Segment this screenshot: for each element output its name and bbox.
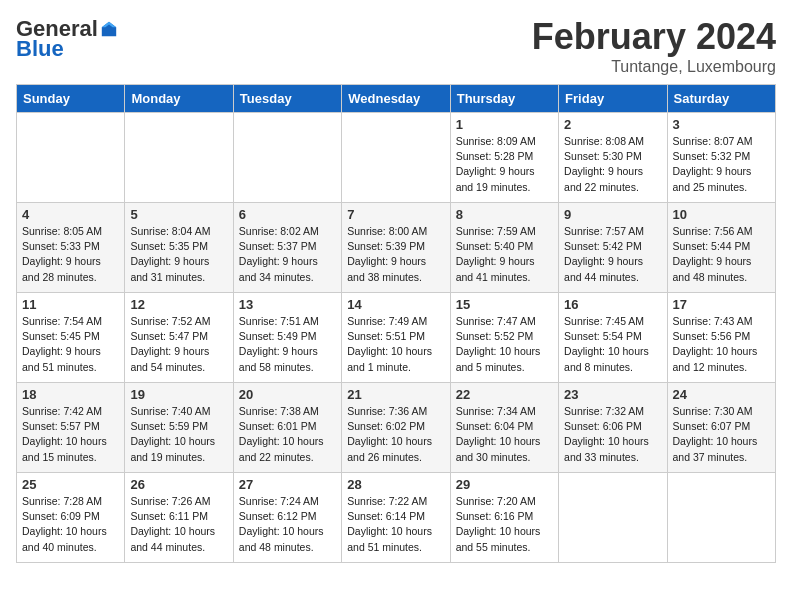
day-info: Sunrise: 7:36 AM Sunset: 6:02 PM Dayligh… bbox=[347, 404, 444, 465]
calendar-cell: 19Sunrise: 7:40 AM Sunset: 5:59 PM Dayli… bbox=[125, 383, 233, 473]
calendar-cell bbox=[667, 473, 775, 563]
day-info: Sunrise: 8:07 AM Sunset: 5:32 PM Dayligh… bbox=[673, 134, 770, 195]
day-number: 17 bbox=[673, 297, 770, 312]
calendar-cell: 4Sunrise: 8:05 AM Sunset: 5:33 PM Daylig… bbox=[17, 203, 125, 293]
calendar-cell: 5Sunrise: 8:04 AM Sunset: 5:35 PM Daylig… bbox=[125, 203, 233, 293]
calendar-cell: 24Sunrise: 7:30 AM Sunset: 6:07 PM Dayli… bbox=[667, 383, 775, 473]
calendar-table: SundayMondayTuesdayWednesdayThursdayFrid… bbox=[16, 84, 776, 563]
week-row-4: 18Sunrise: 7:42 AM Sunset: 5:57 PM Dayli… bbox=[17, 383, 776, 473]
day-info: Sunrise: 7:32 AM Sunset: 6:06 PM Dayligh… bbox=[564, 404, 661, 465]
day-number: 2 bbox=[564, 117, 661, 132]
day-info: Sunrise: 7:47 AM Sunset: 5:52 PM Dayligh… bbox=[456, 314, 553, 375]
day-number: 11 bbox=[22, 297, 119, 312]
day-info: Sunrise: 8:08 AM Sunset: 5:30 PM Dayligh… bbox=[564, 134, 661, 195]
location: Tuntange, Luxembourg bbox=[532, 58, 776, 76]
day-info: Sunrise: 7:52 AM Sunset: 5:47 PM Dayligh… bbox=[130, 314, 227, 375]
day-info: Sunrise: 7:24 AM Sunset: 6:12 PM Dayligh… bbox=[239, 494, 336, 555]
day-info: Sunrise: 7:28 AM Sunset: 6:09 PM Dayligh… bbox=[22, 494, 119, 555]
calendar-cell: 3Sunrise: 8:07 AM Sunset: 5:32 PM Daylig… bbox=[667, 113, 775, 203]
day-info: Sunrise: 7:43 AM Sunset: 5:56 PM Dayligh… bbox=[673, 314, 770, 375]
calendar-cell: 15Sunrise: 7:47 AM Sunset: 5:52 PM Dayli… bbox=[450, 293, 558, 383]
day-number: 24 bbox=[673, 387, 770, 402]
week-row-1: 1Sunrise: 8:09 AM Sunset: 5:28 PM Daylig… bbox=[17, 113, 776, 203]
day-number: 1 bbox=[456, 117, 553, 132]
calendar-cell: 28Sunrise: 7:22 AM Sunset: 6:14 PM Dayli… bbox=[342, 473, 450, 563]
day-number: 7 bbox=[347, 207, 444, 222]
calendar-cell: 11Sunrise: 7:54 AM Sunset: 5:45 PM Dayli… bbox=[17, 293, 125, 383]
day-number: 29 bbox=[456, 477, 553, 492]
day-number: 15 bbox=[456, 297, 553, 312]
calendar-cell bbox=[342, 113, 450, 203]
calendar-cell bbox=[559, 473, 667, 563]
day-info: Sunrise: 7:26 AM Sunset: 6:11 PM Dayligh… bbox=[130, 494, 227, 555]
calendar-cell bbox=[125, 113, 233, 203]
calendar-cell: 26Sunrise: 7:26 AM Sunset: 6:11 PM Dayli… bbox=[125, 473, 233, 563]
calendar-cell bbox=[233, 113, 341, 203]
day-number: 6 bbox=[239, 207, 336, 222]
calendar-cell: 20Sunrise: 7:38 AM Sunset: 6:01 PM Dayli… bbox=[233, 383, 341, 473]
day-number: 10 bbox=[673, 207, 770, 222]
week-row-2: 4Sunrise: 8:05 AM Sunset: 5:33 PM Daylig… bbox=[17, 203, 776, 293]
day-number: 26 bbox=[130, 477, 227, 492]
calendar-cell: 6Sunrise: 8:02 AM Sunset: 5:37 PM Daylig… bbox=[233, 203, 341, 293]
day-number: 4 bbox=[22, 207, 119, 222]
calendar-cell: 17Sunrise: 7:43 AM Sunset: 5:56 PM Dayli… bbox=[667, 293, 775, 383]
weekday-header-monday: Monday bbox=[125, 85, 233, 113]
day-info: Sunrise: 7:45 AM Sunset: 5:54 PM Dayligh… bbox=[564, 314, 661, 375]
day-info: Sunrise: 7:38 AM Sunset: 6:01 PM Dayligh… bbox=[239, 404, 336, 465]
calendar-cell: 27Sunrise: 7:24 AM Sunset: 6:12 PM Dayli… bbox=[233, 473, 341, 563]
day-info: Sunrise: 8:05 AM Sunset: 5:33 PM Dayligh… bbox=[22, 224, 119, 285]
day-number: 28 bbox=[347, 477, 444, 492]
day-info: Sunrise: 8:09 AM Sunset: 5:28 PM Dayligh… bbox=[456, 134, 553, 195]
calendar-cell: 18Sunrise: 7:42 AM Sunset: 5:57 PM Dayli… bbox=[17, 383, 125, 473]
weekday-header-friday: Friday bbox=[559, 85, 667, 113]
weekday-header-tuesday: Tuesday bbox=[233, 85, 341, 113]
weekday-header-wednesday: Wednesday bbox=[342, 85, 450, 113]
day-number: 12 bbox=[130, 297, 227, 312]
calendar-cell: 23Sunrise: 7:32 AM Sunset: 6:06 PM Dayli… bbox=[559, 383, 667, 473]
header: General Blue February 2024 Tuntange, Lux… bbox=[16, 16, 776, 76]
day-info: Sunrise: 7:42 AM Sunset: 5:57 PM Dayligh… bbox=[22, 404, 119, 465]
calendar-cell: 29Sunrise: 7:20 AM Sunset: 6:16 PM Dayli… bbox=[450, 473, 558, 563]
day-number: 3 bbox=[673, 117, 770, 132]
calendar-cell: 21Sunrise: 7:36 AM Sunset: 6:02 PM Dayli… bbox=[342, 383, 450, 473]
calendar-cell: 22Sunrise: 7:34 AM Sunset: 6:04 PM Dayli… bbox=[450, 383, 558, 473]
calendar-cell: 25Sunrise: 7:28 AM Sunset: 6:09 PM Dayli… bbox=[17, 473, 125, 563]
day-info: Sunrise: 7:57 AM Sunset: 5:42 PM Dayligh… bbox=[564, 224, 661, 285]
calendar-cell: 14Sunrise: 7:49 AM Sunset: 5:51 PM Dayli… bbox=[342, 293, 450, 383]
day-info: Sunrise: 7:22 AM Sunset: 6:14 PM Dayligh… bbox=[347, 494, 444, 555]
day-info: Sunrise: 8:02 AM Sunset: 5:37 PM Dayligh… bbox=[239, 224, 336, 285]
day-number: 13 bbox=[239, 297, 336, 312]
day-number: 22 bbox=[456, 387, 553, 402]
day-number: 27 bbox=[239, 477, 336, 492]
day-number: 19 bbox=[130, 387, 227, 402]
month-title: February 2024 bbox=[532, 16, 776, 58]
day-number: 14 bbox=[347, 297, 444, 312]
logo-icon bbox=[100, 20, 118, 38]
day-info: Sunrise: 8:00 AM Sunset: 5:39 PM Dayligh… bbox=[347, 224, 444, 285]
day-info: Sunrise: 7:54 AM Sunset: 5:45 PM Dayligh… bbox=[22, 314, 119, 375]
day-number: 16 bbox=[564, 297, 661, 312]
weekday-header-sunday: Sunday bbox=[17, 85, 125, 113]
calendar-cell: 16Sunrise: 7:45 AM Sunset: 5:54 PM Dayli… bbox=[559, 293, 667, 383]
logo-blue-text: Blue bbox=[16, 36, 64, 62]
week-row-5: 25Sunrise: 7:28 AM Sunset: 6:09 PM Dayli… bbox=[17, 473, 776, 563]
weekday-header-saturday: Saturday bbox=[667, 85, 775, 113]
day-info: Sunrise: 7:51 AM Sunset: 5:49 PM Dayligh… bbox=[239, 314, 336, 375]
calendar-cell: 12Sunrise: 7:52 AM Sunset: 5:47 PM Dayli… bbox=[125, 293, 233, 383]
logo: General Blue bbox=[16, 16, 118, 62]
calendar-cell bbox=[17, 113, 125, 203]
calendar-cell: 7Sunrise: 8:00 AM Sunset: 5:39 PM Daylig… bbox=[342, 203, 450, 293]
day-number: 9 bbox=[564, 207, 661, 222]
calendar-cell: 1Sunrise: 8:09 AM Sunset: 5:28 PM Daylig… bbox=[450, 113, 558, 203]
week-row-3: 11Sunrise: 7:54 AM Sunset: 5:45 PM Dayli… bbox=[17, 293, 776, 383]
day-number: 21 bbox=[347, 387, 444, 402]
day-info: Sunrise: 7:40 AM Sunset: 5:59 PM Dayligh… bbox=[130, 404, 227, 465]
day-info: Sunrise: 7:56 AM Sunset: 5:44 PM Dayligh… bbox=[673, 224, 770, 285]
calendar-cell: 9Sunrise: 7:57 AM Sunset: 5:42 PM Daylig… bbox=[559, 203, 667, 293]
day-info: Sunrise: 8:04 AM Sunset: 5:35 PM Dayligh… bbox=[130, 224, 227, 285]
weekday-header-row: SundayMondayTuesdayWednesdayThursdayFrid… bbox=[17, 85, 776, 113]
weekday-header-thursday: Thursday bbox=[450, 85, 558, 113]
calendar-cell: 8Sunrise: 7:59 AM Sunset: 5:40 PM Daylig… bbox=[450, 203, 558, 293]
day-number: 18 bbox=[22, 387, 119, 402]
